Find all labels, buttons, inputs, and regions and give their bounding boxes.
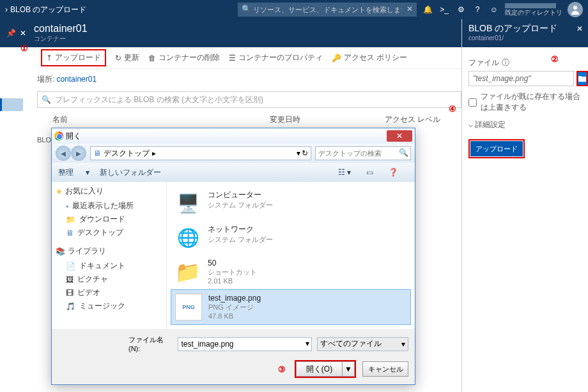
policy-icon: 🔑: [332, 54, 341, 63]
search-icon: 🔍: [42, 95, 51, 104]
file-open-dialog: 開く ✕ ◄ ► 🖥 デスクトップ ▸ ▾ ↻ 🔍 整理 ▾ 新しいフォルダー …: [51, 128, 415, 385]
filetype-select[interactable]: すべてのファイル▾: [317, 337, 408, 351]
panel-close-icon[interactable]: ✕: [576, 24, 583, 33]
upload-label: アップロード: [55, 52, 101, 63]
sidebar-music[interactable]: 🎵ミュージック: [56, 299, 162, 313]
open-dropdown[interactable]: ▼: [342, 361, 355, 377]
open-button[interactable]: 開く(O): [296, 361, 342, 377]
breadcrumb-item[interactable]: BLOB のアップロード: [10, 4, 86, 15]
blade-subtitle: コンテナー: [34, 34, 88, 43]
dialog-titlebar: 開く ✕: [52, 128, 415, 144]
location-link[interactable]: container01: [56, 75, 97, 84]
close-icon[interactable]: ✕: [20, 29, 26, 38]
policy-command[interactable]: 🔑アクセス ポリシー: [332, 52, 407, 63]
computer-icon: 🖥️: [174, 190, 201, 216]
upload-panel: BLOB のアップロード container01/ ✕ ファイル ⓘ ファイルが…: [461, 19, 588, 392]
browse-button[interactable]: [576, 71, 588, 86]
sidebar-desktop[interactable]: 🖥デスクトップ: [56, 226, 162, 239]
dialog-toolbar: 整理 ▾ 新しいフォルダー ☷ ▾ ▭ ❓: [52, 163, 415, 182]
open-button-group: 開く(O) ▼: [295, 360, 356, 378]
command-bar: ⤒ アップロード ↻更新 🗑コンテナーの削除 ☰コンテナーのプロパティ 🔑アクセ…: [37, 47, 461, 69]
svg-point-0: [573, 6, 577, 10]
sidebar-video[interactable]: 🎞ビデオ: [56, 286, 162, 299]
column-headers: 名前 変更日時 アクセス レベル: [37, 114, 461, 125]
favorites-group[interactable]: ★お気に入り: [56, 186, 162, 197]
file-list: 🖥️ コンピューターシステム フォルダー 🌐 ネットワークシステム フォルダー …: [167, 182, 415, 329]
chrome-icon: [54, 132, 63, 140]
back-button[interactable]: ◄: [56, 146, 71, 161]
refresh-icon: ↻: [115, 54, 121, 63]
chevron-down-icon: ⌵: [468, 120, 473, 129]
sidebar-pictures[interactable]: 🖼ピクチャ: [56, 273, 162, 286]
settings-icon[interactable]: ⚙: [455, 5, 467, 14]
left-rail-item[interactable]: [0, 98, 23, 111]
new-folder-button[interactable]: 新しいフォルダー: [100, 167, 161, 178]
panel-subtitle: container01/: [468, 34, 582, 41]
file-input[interactable]: [468, 71, 574, 86]
forward-button[interactable]: ►: [71, 146, 86, 161]
library-group[interactable]: 📚ライブラリ: [56, 246, 162, 257]
avatar[interactable]: [568, 2, 583, 17]
search-icon: 🔍: [242, 4, 251, 13]
overwrite-label: ファイルが既に存在する場合は上書きする: [481, 91, 582, 113]
folder-icon: [578, 75, 587, 82]
chevron-icon: ›: [5, 5, 8, 14]
help-icon[interactable]: ❓: [389, 168, 398, 177]
delete-icon: 🗑: [148, 54, 156, 63]
upload-button[interactable]: アップロード: [470, 141, 523, 156]
list-item-selected[interactable]: PNG test_image.pngPNG イメージ47.8 KB: [171, 289, 411, 325]
filename-label: ファイル名(N):: [128, 335, 173, 352]
delete-command[interactable]: 🗑コンテナーの削除: [148, 52, 220, 63]
location-label: 場所:: [37, 75, 54, 84]
annotation-4: ④: [449, 104, 456, 114]
account-name: [505, 3, 556, 8]
dialog-close-button[interactable]: ✕: [387, 130, 412, 142]
sidebar-documents[interactable]: 📄ドキュメント: [56, 259, 162, 273]
dialog-nav: ◄ ► 🖥 デスクトップ ▸ ▾ ↻ 🔍: [52, 144, 415, 163]
overwrite-checkbox[interactable]: [468, 98, 477, 107]
upload-command[interactable]: ⤒ アップロード: [41, 49, 106, 66]
feedback-icon[interactable]: ☺: [488, 5, 500, 14]
policy-label: アクセス ポリシー: [344, 52, 407, 63]
info-icon[interactable]: ⓘ: [502, 57, 509, 68]
props-command[interactable]: ☰コンテナーのプロパティ: [229, 52, 323, 63]
directory-label: 既定のディレクトリ: [505, 10, 562, 16]
refresh-command[interactable]: ↻更新: [115, 52, 139, 63]
advanced-toggle[interactable]: ⌵ 詳細設定: [468, 119, 582, 130]
refresh-icon[interactable]: ↻: [302, 149, 308, 158]
sidebar-recent[interactable]: ▪最近表示した場所: [56, 199, 162, 213]
notification-icon[interactable]: 🔔: [422, 5, 433, 14]
location-path: 場所: container01: [37, 74, 461, 85]
console-icon[interactable]: >_: [438, 5, 450, 14]
props-label: コンテナーのプロパティ: [238, 52, 323, 63]
refresh-label: 更新: [124, 52, 139, 63]
col-date[interactable]: 変更日時: [270, 114, 385, 125]
panel-title: BLOB のアップロード: [468, 23, 582, 34]
col-name[interactable]: 名前: [37, 114, 270, 125]
organize-menu[interactable]: 整理 ▾: [58, 167, 89, 178]
dropdown-icon: ▾: [401, 340, 405, 349]
help-icon[interactable]: ?: [472, 5, 483, 14]
dropdown-icon[interactable]: ▾: [297, 149, 300, 158]
cancel-button[interactable]: キャンセル: [362, 361, 408, 377]
sidebar-download[interactable]: 📁ダウンロード: [56, 213, 162, 226]
desktop-icon: 🖥: [93, 149, 101, 158]
col-access[interactable]: アクセス レベル: [385, 114, 461, 125]
breadcrumb: › BLOB のアップロード: [5, 4, 86, 15]
view-icon[interactable]: ☷ ▾: [338, 168, 351, 177]
filter-input[interactable]: 🔍 プレフィックスによる BLOB の検索 (大文字と小文字を区別): [37, 91, 461, 108]
pin-icon[interactable]: 📌: [6, 29, 16, 38]
list-item[interactable]: 📁 50ショートカット2.01 KB: [171, 255, 411, 289]
global-search-input[interactable]: [238, 3, 417, 17]
search-icon: 🔍: [399, 148, 408, 157]
clear-icon[interactable]: ✕: [406, 4, 413, 13]
folder-search-input[interactable]: [315, 146, 411, 160]
list-item[interactable]: 🖥️ コンピューターシステム フォルダー: [171, 186, 411, 220]
annotation-1: ①: [20, 43, 28, 53]
upload-icon: ⤒: [46, 54, 52, 63]
list-item[interactable]: 🌐 ネットワークシステム フォルダー: [171, 220, 411, 255]
path-box[interactable]: 🖥 デスクトップ ▸ ▾ ↻: [90, 146, 311, 160]
dropdown-icon[interactable]: ▾: [306, 339, 309, 348]
preview-icon[interactable]: ▭: [366, 168, 373, 177]
filename-input[interactable]: [178, 337, 312, 351]
